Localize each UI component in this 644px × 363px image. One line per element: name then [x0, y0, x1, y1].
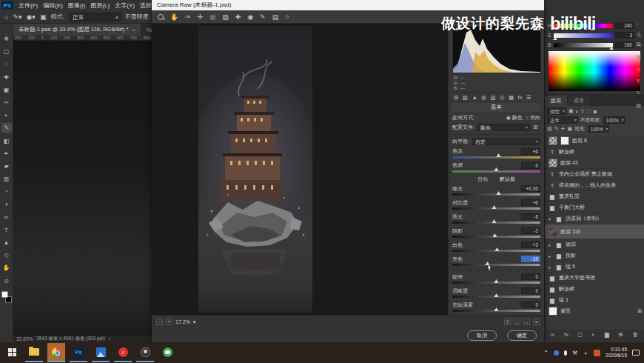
tab-untitled-psd[interactable]: 未标题-1.psd @ 33.9% (图层 116, RGB/8#) * × — [13, 24, 141, 36]
type-tool-icon[interactable]: T — [1, 225, 12, 235]
layer-thumbnail[interactable] — [549, 227, 557, 236]
exposure-slider[interactable]: 曝光+0.30 — [452, 185, 540, 196]
texture-slider[interactable]: 纹理0 — [452, 273, 540, 284]
foreground-color[interactable] — [1, 291, 8, 298]
lock-all-icon[interactable]: ▣ — [567, 126, 572, 132]
brush-tool-icon[interactable]: ✎▾ — [13, 13, 21, 21]
layer-opacity-select[interactable]: 100% — [603, 116, 625, 124]
swap-views-icon[interactable]: ↔ — [523, 319, 530, 325]
filter-smart-icon[interactable]: ◙ — [594, 109, 597, 114]
tab-split-icon[interactable]: ▥ — [490, 94, 495, 101]
shadows-slider[interactable]: 阴影-2 — [452, 227, 540, 239]
dock-paragraph-icon[interactable]: ¶ — [637, 79, 640, 84]
layer-row[interactable]: ▆重庆礼堂 — [545, 191, 644, 202]
radial-filter-icon[interactable]: ○ — [285, 13, 289, 21]
dehaze-slider[interactable]: 去除薄雾0 — [452, 302, 540, 313]
layer-row[interactable]: T室内公众场所 禁止吸烟 — [545, 169, 644, 180]
dock-brushes-icon[interactable]: ✎ — [637, 90, 641, 96]
auto-link[interactable]: 自动 — [477, 176, 488, 183]
contrast-slider[interactable]: 对比度+6 — [452, 199, 540, 210]
tray-red-app-icon[interactable] — [594, 350, 600, 356]
layer-row[interactable]: ▆千厮门大桥 — [545, 202, 644, 213]
basic-section-header[interactable]: 基本 — [452, 103, 540, 112]
layer-row[interactable]: ▸▆底部 — [545, 239, 644, 250]
tab-calibration-icon[interactable]: ☰ — [526, 94, 531, 101]
dehaze-value[interactable]: 0 — [521, 302, 540, 308]
filter-type-icon[interactable]: T — [581, 109, 584, 114]
layer-row[interactable]: ▸▆投影 — [545, 250, 644, 262]
layer-row[interactable]: ▾▆洪崖洞（录制） — [545, 213, 644, 224]
zoom-tool-icon[interactable] — [158, 14, 164, 20]
tab-fx-icon[interactable]: fx — [518, 94, 523, 101]
tray-expand-icon[interactable]: ⌃ — [543, 350, 549, 356]
menu-file[interactable]: 文件(F) — [19, 1, 38, 10]
shape-tool-icon[interactable]: ◇ — [1, 250, 12, 260]
ok-button[interactable]: 确定 — [507, 330, 537, 341]
hue-value[interactable]: 240 — [615, 22, 634, 29]
blacks-slider[interactable]: 黑色-19 — [452, 256, 540, 267]
filter-adjustment-icon[interactable]: ◐ — [576, 109, 579, 114]
tab-geometry-icon[interactable]: ▦ — [509, 94, 514, 101]
preview-zoom-level[interactable]: 17.2% — [175, 319, 190, 324]
clone-stamp-tool-icon[interactable]: ◧ — [1, 136, 12, 146]
blacks-value[interactable]: -19 — [521, 256, 540, 262]
preview-toggle-y-icon[interactable]: Y — [504, 319, 511, 325]
heal-tool-icon[interactable]: ◐ — [1, 110, 12, 120]
layer-row[interactable]: ▆解放碑 — [545, 284, 644, 295]
hand-tool-icon[interactable]: ✋ — [170, 13, 178, 21]
layer-mask-thumbnail[interactable] — [560, 136, 569, 145]
spot-removal-icon[interactable]: ✚ — [235, 13, 241, 21]
contrast-value[interactable]: +6 — [521, 199, 540, 206]
tab-close-icon[interactable]: × — [132, 27, 135, 33]
delete-layer-icon[interactable]: 🗑 — [632, 331, 638, 338]
taskbar-green-app[interactable] — [158, 343, 176, 362]
link-layers-icon[interactable]: ∞ — [551, 331, 554, 338]
home-icon[interactable]: ⌂ — [4, 13, 8, 21]
start-button[interactable] — [3, 343, 21, 362]
menu-type[interactable]: 文字(Y) — [115, 1, 135, 10]
layer-row-selected[interactable]: 图层 116 — [545, 224, 644, 239]
white-balance-eyedropper-icon[interactable]: ✑ — [185, 13, 191, 21]
zoom-in-button[interactable]: + — [166, 319, 172, 325]
filter-pixel-icon[interactable]: ▣ — [568, 108, 574, 114]
blend-mode-select[interactable]: 正常 — [69, 13, 121, 21]
menu-edit[interactable]: 编辑(E) — [43, 1, 63, 10]
layer-thumbnail[interactable] — [549, 136, 557, 145]
temperature-slider[interactable]: 色温+6 — [452, 147, 540, 159]
cancel-button[interactable]: 取消 — [467, 330, 497, 341]
system-clock[interactable]: 0:31:45 2020/6/15 — [606, 347, 627, 359]
brush-size-icon[interactable]: ◉▾ — [27, 13, 36, 21]
treatment-bw-radio[interactable]: ○ 黑白 — [526, 114, 540, 121]
layer-thumbnail[interactable] — [549, 307, 557, 316]
hand-tool-icon[interactable]: ✋ — [1, 263, 12, 273]
clarity-value[interactable]: 0 — [521, 287, 540, 294]
clarity-slider[interactable]: 清晰度0 — [452, 287, 540, 299]
red-eye-icon[interactable]: ◉ — [247, 13, 253, 21]
layer-row-background[interactable]: 背景⊠ — [545, 306, 644, 317]
whites-value[interactable]: +3 — [521, 242, 540, 248]
tab-curve-icon[interactable]: ▧ — [463, 94, 468, 101]
action-center-icon[interactable] — [632, 350, 640, 356]
white-balance-select[interactable]: 自定 — [472, 138, 540, 145]
menu-layer[interactable]: 图层(L) — [90, 1, 110, 10]
layer-fill-select[interactable]: 100% — [588, 125, 610, 133]
color-swatches[interactable] — [1, 291, 12, 303]
document-canvas[interactable] — [13, 36, 152, 336]
taskbar-explorer[interactable] — [25, 343, 43, 362]
profile-select[interactable]: 颜色 — [477, 124, 530, 131]
dock-info-icon[interactable]: ▣ — [636, 54, 641, 60]
bluetooth-icon[interactable] — [554, 350, 559, 356]
dodge-tool-icon[interactable]: ◑ — [1, 199, 12, 209]
tab-basic-icon[interactable]: ⊙ — [454, 94, 458, 101]
layer-row[interactable]: ▸▆组 5 — [545, 262, 644, 273]
taskbar-photoshop[interactable]: Ps — [70, 343, 87, 362]
dock-properties-icon[interactable]: ☰ — [636, 41, 640, 47]
dock-history-icon[interactable]: ◔ — [637, 30, 640, 35]
blur-tool-icon[interactable]: ◔ — [1, 187, 12, 196]
preview-menu-icon[interactable]: ≡ — [533, 319, 540, 325]
hue-slider[interactable] — [554, 24, 613, 28]
new-layer-icon[interactable]: ⊞ — [618, 331, 623, 338]
group-expand-caret[interactable]: ▾ — [549, 216, 552, 222]
zoom-dropdown-icon[interactable]: ▾ — [193, 319, 196, 325]
adjustment-brush-icon[interactable]: ✎ — [260, 13, 266, 21]
